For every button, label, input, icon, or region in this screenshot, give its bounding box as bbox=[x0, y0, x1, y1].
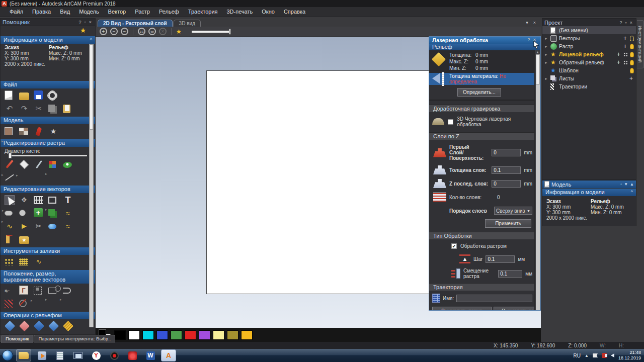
levels-icon[interactable] bbox=[623, 60, 628, 65]
tree-item-back-relief[interactable]: ► ★ Обратный рельеф + bbox=[542, 58, 636, 66]
erase-icon[interactable] bbox=[19, 159, 29, 169]
set-model-size-icon[interactable] bbox=[5, 126, 15, 136]
apply-button[interactable]: Применить bbox=[485, 219, 531, 228]
pick-color-icon[interactable] bbox=[34, 159, 44, 169]
layer-order-select[interactable]: Сверху вниз ▼ bbox=[494, 207, 532, 215]
fill-dots-icon[interactable] bbox=[5, 257, 15, 267]
add-icon[interactable]: + bbox=[628, 75, 634, 82]
menu-raster[interactable]: Растр bbox=[130, 8, 154, 16]
relief-sweep-icon[interactable] bbox=[19, 321, 29, 331]
lighting-icon[interactable] bbox=[34, 126, 44, 136]
close-vector-icon[interactable]: ► bbox=[19, 221, 29, 231]
color-swatch[interactable] bbox=[171, 330, 182, 340]
draw-line-icon[interactable] bbox=[5, 172, 15, 183]
preview-star-icon[interactable]: ★ bbox=[48, 126, 58, 136]
collapse-icon[interactable]: ^ bbox=[90, 37, 92, 43]
relief-arrows-icon[interactable] bbox=[48, 321, 58, 331]
add-icon[interactable]: + bbox=[622, 43, 628, 50]
create-node-icon[interactable]: + bbox=[34, 208, 44, 218]
color-palette-icon[interactable] bbox=[19, 126, 29, 136]
define-material-button[interactable]: Определить... bbox=[457, 88, 501, 97]
measure-tape-icon[interactable] bbox=[19, 208, 29, 218]
pin-icon[interactable]: ▫ bbox=[620, 182, 622, 187]
menu-help[interactable]: Справка bbox=[279, 8, 310, 16]
tree-item-vectors[interactable]: ► Векторы + bbox=[542, 34, 636, 42]
collapse-icon[interactable]: ^ bbox=[631, 189, 633, 195]
menu-toolpath[interactable]: Траектория bbox=[184, 8, 222, 16]
copy-vectors-icon[interactable] bbox=[48, 208, 58, 218]
create-rectangle-icon[interactable] bbox=[48, 195, 58, 205]
color-swatch[interactable] bbox=[199, 330, 210, 340]
tab-2d-view[interactable]: 2D Вид - Растровый слой bbox=[98, 20, 173, 27]
tree-item-raster[interactable]: ► Растр + bbox=[542, 42, 636, 50]
laser-panel-scrollbar[interactable]: ▲ ▼ bbox=[534, 50, 540, 311]
first-layer-input[interactable] bbox=[492, 149, 521, 156]
assistant-scrollbar[interactable] bbox=[89, 44, 94, 327]
measure-icon[interactable] bbox=[5, 208, 15, 218]
taskbar-huawei-icon[interactable] bbox=[125, 349, 140, 361]
zoom-in-icon[interactable]: + bbox=[100, 28, 107, 35]
vector-library-icon[interactable]: ★ bbox=[19, 234, 29, 244]
mirror-vectors-icon[interactable] bbox=[5, 234, 15, 244]
pin-icon[interactable]: ▫ bbox=[624, 20, 628, 25]
dock-down-icon[interactable]: ▼ bbox=[624, 182, 628, 187]
taskbar-screen-recorder-icon[interactable] bbox=[107, 349, 122, 361]
section-model-info[interactable]: Информация о модели ^ bbox=[1, 36, 95, 44]
new-model-icon[interactable] bbox=[5, 90, 15, 101]
tab-3d-view[interactable]: 3D вид bbox=[174, 20, 201, 27]
offset-curve-icon[interactable]: ≈ bbox=[63, 221, 73, 231]
tab-menu-icon[interactable]: ▾ bbox=[526, 20, 528, 25]
close-icon[interactable]: × bbox=[628, 20, 634, 25]
center-selection-icon[interactable] bbox=[34, 286, 44, 296]
zoom-box-icon[interactable]: − bbox=[121, 28, 128, 35]
paste-icon[interactable] bbox=[63, 104, 73, 114]
add-icon[interactable]: + bbox=[616, 59, 621, 66]
save-model-icon[interactable] bbox=[34, 90, 44, 101]
menu-model[interactable]: Модель bbox=[74, 8, 103, 16]
smooth-blob-icon[interactable] bbox=[48, 221, 58, 231]
expand-icon[interactable]: ► bbox=[544, 45, 548, 48]
taskbar-artcam-icon[interactable]: A bbox=[161, 349, 176, 361]
calculate-later-button[interactable]: Вычислить позже bbox=[432, 307, 492, 311]
distort-grid-icon[interactable] bbox=[34, 195, 44, 205]
model-sheet[interactable] bbox=[206, 70, 430, 294]
tab-toolbox-vertical[interactable]: Инструментарий bbox=[637, 20, 644, 68]
view-slider[interactable] bbox=[192, 31, 231, 33]
start-button[interactable] bbox=[2, 350, 13, 361]
fill-pattern-icon[interactable] bbox=[19, 257, 29, 267]
trim-vectors-icon[interactable]: ✂ bbox=[34, 221, 44, 231]
cut-icon[interactable]: ✂ bbox=[34, 104, 44, 114]
menu-view[interactable]: Вид bbox=[55, 8, 74, 16]
settings-gear-icon[interactable] bbox=[48, 90, 58, 101]
tree-item-front-relief[interactable]: ► ★ Лицевой рельеф + bbox=[542, 50, 636, 58]
menu-3dprint[interactable]: 3D-печать bbox=[222, 8, 258, 16]
rough-machining-checkbox[interactable] bbox=[448, 119, 453, 125]
raster-machining-checkbox[interactable]: ✔ bbox=[451, 243, 457, 249]
zoom-favorites-icon[interactable]: ★ bbox=[176, 28, 182, 35]
step-input[interactable] bbox=[486, 255, 515, 263]
expand-icon[interactable]: ► bbox=[544, 37, 548, 40]
tab-tool-settings[interactable]: Параметры инструмента: Выбр.. bbox=[34, 335, 115, 343]
relief-pyramid-icon[interactable] bbox=[5, 321, 15, 331]
taskbar-calculator-icon[interactable] bbox=[52, 349, 67, 361]
section-position-align[interactable]: Положение, размер, выравнивание векторов… bbox=[1, 270, 95, 284]
tab-close-icon[interactable]: × bbox=[533, 20, 536, 25]
fit-curve-icon[interactable]: ≈ bbox=[63, 208, 73, 218]
action-center-flag-icon[interactable] bbox=[593, 353, 598, 357]
scroll-up-icon[interactable]: ▲ bbox=[536, 50, 539, 54]
color-swatch[interactable] bbox=[241, 330, 253, 340]
taskbar-video-editor-icon[interactable] bbox=[70, 349, 86, 361]
color-swatch[interactable] bbox=[156, 330, 168, 340]
zoom-fit-icon[interactable]: ▭ bbox=[148, 28, 156, 35]
tray-expand-icon[interactable]: ▲ bbox=[585, 353, 589, 358]
fill-polyline-icon[interactable]: ∿ bbox=[34, 257, 44, 267]
color-swatch[interactable] bbox=[128, 330, 140, 340]
tree-item-sheets[interactable]: ► Листы + bbox=[542, 74, 636, 82]
visibility-bulb-icon[interactable] bbox=[630, 60, 634, 65]
language-indicator[interactable]: RU bbox=[574, 353, 581, 358]
layer-thickness-input[interactable] bbox=[492, 166, 521, 174]
expand-icon[interactable]: ► bbox=[544, 61, 548, 64]
expand-icon[interactable]: ► bbox=[544, 53, 548, 56]
visibility-bulb-icon[interactable] bbox=[630, 68, 634, 73]
z-last-layer-input[interactable] bbox=[492, 180, 521, 188]
